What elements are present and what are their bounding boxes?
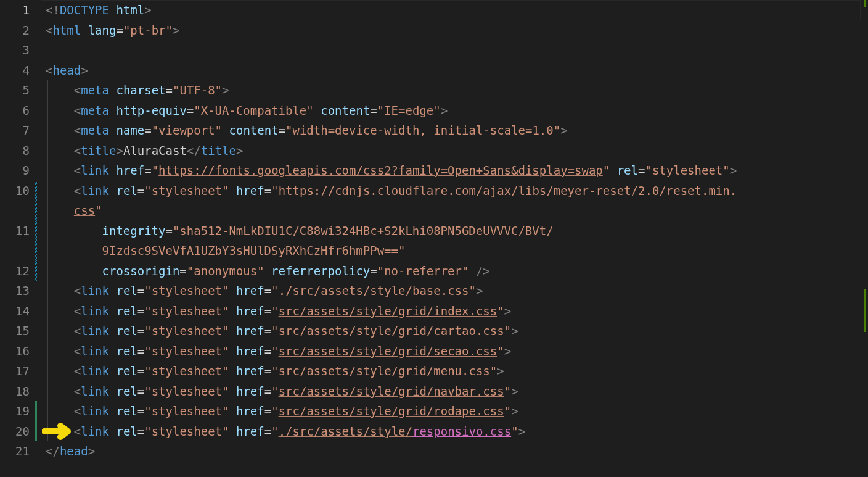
code-line[interactable]: <meta name="viewport" content="width=dev… bbox=[41, 120, 868, 141]
token-bracket: < bbox=[74, 384, 81, 398]
code-line[interactable]: <link rel="stylesheet" href="https://cdn… bbox=[41, 181, 868, 201]
line-number: 10 bbox=[0, 181, 30, 201]
line-number: 6 bbox=[0, 101, 30, 121]
token-highlight-word: responsivo.css bbox=[412, 425, 511, 438]
token-strplain: "stylesheet" bbox=[144, 344, 229, 358]
token-attr: name bbox=[116, 123, 144, 137]
token-punct: = bbox=[179, 264, 186, 278]
diff-added-marker[interactable] bbox=[35, 401, 37, 421]
token-str: ./src/assets/style/base.css bbox=[279, 284, 469, 297]
token-bracket: > bbox=[511, 384, 518, 398]
token-punct: = bbox=[116, 23, 123, 37]
line-number bbox=[0, 201, 30, 221]
token-bracket: < bbox=[74, 425, 81, 438]
code-line[interactable]: <link rel="stylesheet" href="src/assets/… bbox=[41, 361, 868, 381]
token-punct: = bbox=[137, 184, 144, 197]
code-line[interactable]: integrity="sha512-NmLkDIU1C/C88wi324HBc+… bbox=[41, 221, 868, 241]
token-bracket: < bbox=[74, 324, 81, 338]
token-strplain: " bbox=[497, 344, 504, 358]
code-line[interactable]: 9Izdsc9SVeVfA1UZbY3sHUlDSyRXhCzHfr6hmPPw… bbox=[41, 241, 868, 261]
token-punct: = bbox=[264, 344, 271, 358]
token-attr: content bbox=[229, 123, 279, 137]
token-tag: link bbox=[81, 324, 109, 338]
line-number: 11 bbox=[0, 221, 30, 241]
code-line[interactable]: </head> bbox=[41, 441, 868, 462]
token-text bbox=[109, 104, 116, 117]
token-attr: href bbox=[236, 344, 264, 358]
token-bracket: > bbox=[81, 64, 88, 77]
code-line[interactable]: <link rel="stylesheet" href="src/assets/… bbox=[41, 381, 868, 402]
token-text bbox=[109, 344, 116, 358]
token-attr: rel bbox=[116, 384, 137, 398]
diff-added-marker[interactable] bbox=[35, 421, 37, 442]
code-line[interactable]: <link rel="stylesheet" href="src/assets/… bbox=[41, 401, 868, 421]
token-text bbox=[264, 264, 271, 278]
token-text bbox=[229, 304, 236, 318]
token-bracket: < bbox=[74, 123, 81, 137]
token-strplain: "IE=edge" bbox=[377, 104, 441, 117]
token-bracket: < bbox=[74, 144, 81, 157]
token-text bbox=[229, 344, 236, 358]
token-bracket: < bbox=[74, 404, 81, 418]
code-line[interactable]: <head> bbox=[41, 60, 868, 81]
line-number: 16 bbox=[0, 341, 30, 362]
code-line[interactable] bbox=[41, 40, 868, 60]
code-line[interactable]: <title>AluraCast</title> bbox=[41, 141, 868, 161]
token-tag: link bbox=[81, 425, 109, 438]
token-strplain: " bbox=[271, 425, 278, 438]
token-bracket: < bbox=[74, 184, 81, 197]
code-line[interactable]: <meta charset="UTF-8"> bbox=[41, 80, 868, 101]
token-bracket: > bbox=[116, 144, 123, 157]
diff-modified-marker[interactable] bbox=[35, 221, 37, 261]
line-number bbox=[0, 241, 30, 261]
token-str: src/assets/style/grid/index.css bbox=[279, 304, 497, 318]
token-strplain: " bbox=[504, 324, 511, 338]
scroll-change-marker[interactable] bbox=[864, 289, 866, 332]
token-strplain: " bbox=[271, 404, 278, 418]
code-line[interactable]: <meta http-equiv="X-UA-Compatible" conte… bbox=[41, 101, 868, 121]
code-line[interactable]: <!DOCTYPE html> bbox=[41, 0, 868, 20]
code-line[interactable]: crossorigin="anonymous" referrerpolicy="… bbox=[41, 261, 868, 281]
scrollbar[interactable] bbox=[861, 0, 868, 477]
token-strplain: " bbox=[469, 284, 475, 297]
code-line[interactable]: <link href="https://fonts.googleapis.com… bbox=[41, 160, 868, 181]
code-line[interactable]: <link rel="stylesheet" href="./src/asset… bbox=[41, 421, 868, 442]
token-text bbox=[109, 324, 116, 338]
token-attr: http-equiv bbox=[116, 104, 186, 117]
code-line[interactable]: <link rel="stylesheet" href="src/assets/… bbox=[41, 321, 868, 341]
diff-modified-marker[interactable] bbox=[35, 181, 37, 221]
code-line[interactable]: css" bbox=[41, 201, 868, 221]
code-area[interactable]: <!DOCTYPE html><html lang="pt-br"><head>… bbox=[41, 0, 868, 477]
code-editor[interactable]: 123456789101112131415161718192021 <!DOCT… bbox=[0, 0, 868, 477]
scroll-change-marker[interactable] bbox=[864, 0, 866, 7]
token-attr: href bbox=[116, 164, 144, 177]
line-number: 19 bbox=[0, 401, 30, 421]
line-number: 7 bbox=[0, 120, 30, 141]
code-line[interactable]: <link rel="stylesheet" href="src/assets/… bbox=[41, 301, 868, 321]
token-attr: href bbox=[236, 304, 264, 318]
token-punct: = bbox=[137, 344, 144, 358]
line-number: 1 bbox=[0, 0, 30, 20]
diff-modified-marker[interactable] bbox=[35, 261, 37, 281]
code-line[interactable]: <link rel="stylesheet" href="./src/asset… bbox=[41, 281, 868, 301]
token-attr: href bbox=[236, 425, 264, 438]
token-punct: = bbox=[638, 164, 645, 177]
token-strplain: " bbox=[95, 204, 102, 217]
token-strplain: " bbox=[271, 324, 278, 338]
code-line[interactable]: <link rel="stylesheet" href="src/assets/… bbox=[41, 341, 868, 362]
token-text bbox=[229, 404, 236, 418]
token-punct: = bbox=[370, 264, 377, 278]
token-dockey: ! bbox=[52, 3, 59, 17]
line-number: 12 bbox=[0, 261, 30, 281]
token-attr: integrity bbox=[102, 224, 166, 238]
token-attr: html bbox=[116, 3, 144, 17]
token-text bbox=[109, 123, 116, 137]
token-text: AluraCast bbox=[123, 144, 187, 157]
line-number: 3 bbox=[0, 40, 30, 60]
token-attr: rel bbox=[116, 304, 137, 318]
token-bracket: </ bbox=[46, 444, 60, 458]
token-bracket: > bbox=[236, 144, 243, 157]
code-line[interactable]: <html lang="pt-br"> bbox=[41, 20, 868, 41]
token-text bbox=[229, 284, 236, 297]
token-str: css bbox=[74, 204, 95, 217]
